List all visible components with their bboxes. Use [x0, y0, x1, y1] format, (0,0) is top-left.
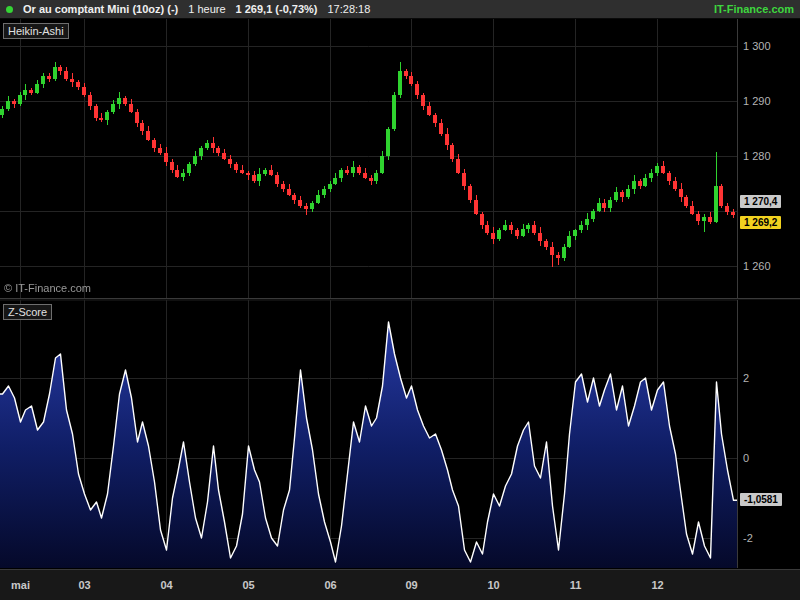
price-chart-canvas[interactable]	[0, 19, 737, 298]
timeframe-label: 1 heure	[188, 3, 225, 15]
price-chart: Heikin-Ashi © IT-Finance.com	[0, 19, 737, 298]
instrument-status-icon	[6, 6, 13, 13]
price-pane-label[interactable]: Heikin-Ashi	[3, 23, 69, 39]
zscore-chart-canvas[interactable]	[0, 300, 737, 568]
chart-window: Or au comptant Mini (10oz) (-) 1 heure 1…	[0, 0, 800, 600]
time-axis-label: mai	[11, 579, 30, 591]
time-axis-label: 12	[651, 579, 663, 591]
price-axis-tick: 1 300	[743, 40, 771, 52]
last-price-badge: 1 269,2	[740, 216, 781, 229]
time-axis-label: 06	[324, 579, 336, 591]
zscore-axis[interactable]: -1,0581 20-2	[737, 300, 800, 568]
time-axis[interactable]: mai0304050609101112	[0, 569, 800, 600]
price-axis-tick: 1 260	[743, 260, 771, 272]
time-axis-label: 05	[242, 579, 254, 591]
brand-link[interactable]: IT-Finance.com	[714, 3, 794, 15]
last-price-change: 1 269,1 (-0,73%)	[236, 3, 318, 15]
time-axis-label: 04	[160, 579, 172, 591]
time-axis-label: 11	[570, 579, 582, 591]
copyright-watermark: © IT-Finance.com	[4, 282, 91, 294]
previous-price-badge: 1 270,4	[740, 195, 781, 208]
zscore-value-badge: -1,0581	[740, 493, 782, 506]
instrument-name: Or au comptant Mini (10oz) (-)	[23, 3, 178, 15]
time-axis-label: 10	[487, 579, 499, 591]
price-axis[interactable]: 1 270,4 1 269,2 1 3001 2901 2801 260	[737, 19, 800, 298]
time-axis-label: 03	[78, 579, 90, 591]
zscore-axis-tick: -2	[743, 532, 753, 544]
zscore-axis-tick: 2	[743, 372, 749, 384]
price-axis-tick: 1 290	[743, 95, 771, 107]
price-axis-tick: 1 280	[743, 150, 771, 162]
time-axis-label: 09	[405, 579, 417, 591]
zscore-chart: Z-Score	[0, 300, 737, 568]
zscore-axis-tick: 0	[743, 452, 749, 464]
clock: 17:28:18	[327, 3, 370, 15]
header: Or au comptant Mini (10oz) (-) 1 heure 1…	[0, 0, 800, 19]
zscore-pane-label[interactable]: Z-Score	[3, 304, 52, 320]
